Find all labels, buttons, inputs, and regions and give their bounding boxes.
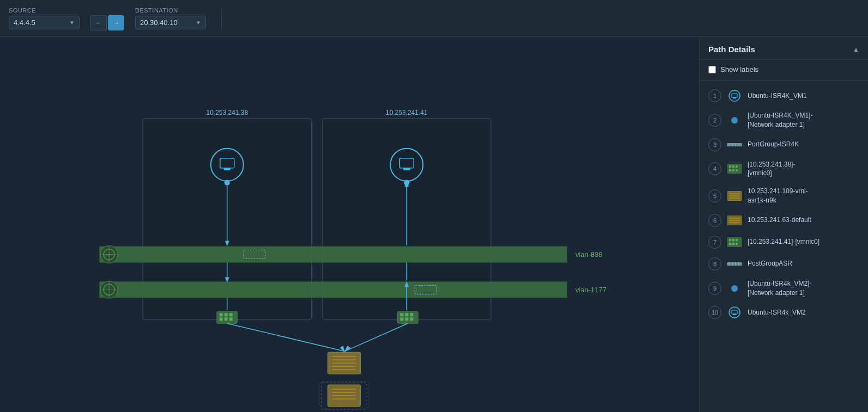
svg-rect-91 (732, 239, 735, 241)
step-label: [10.253.241.41]-[vmnic0] (748, 237, 820, 247)
svg-rect-80 (736, 169, 738, 171)
svg-rect-76 (732, 165, 735, 168)
svg-rect-77 (736, 165, 738, 168)
svg-rect-36 (405, 317, 408, 321)
path-item[interactable]: 1Ubuntu-ISR4K_VM1 (700, 85, 868, 107)
path-details-header: Path Details ▲ (700, 37, 868, 60)
step-label: 10.253.241.63-default (748, 216, 811, 225)
node2-ip-label: 10.253.241.41 (386, 109, 428, 116)
path-details-title: Path Details (708, 45, 755, 54)
path-item[interactable]: 3PortGroup-ISR4K (700, 134, 868, 156)
svg-rect-25 (220, 313, 223, 316)
svg-rect-95 (736, 243, 738, 245)
svg-rect-29 (224, 317, 228, 321)
source-chevron-icon: ▼ (69, 20, 75, 26)
step-icon-router (727, 190, 742, 202)
svg-rect-33 (405, 313, 408, 316)
path-items-list: 1Ubuntu-ISR4K_VM12[Ubuntu-ISR4K_VM1]- [N… (700, 81, 868, 412)
path-details-panel: Path Details ▲ Show labels 1Ubuntu-ISR4K… (699, 37, 868, 412)
path-item[interactable]: 8PostGroupASR (700, 253, 868, 275)
path-item[interactable]: 4[10.253.241.38]- [vmnic0] (700, 156, 868, 183)
step-number: 5 (708, 189, 721, 202)
step-number: 10 (708, 306, 721, 319)
dest-value: 20.30.40.10 (140, 19, 178, 27)
step-number: 3 (708, 138, 721, 151)
step-number: 2 (708, 114, 721, 127)
dest-label: Destination (135, 7, 206, 14)
step-icon-router (727, 214, 742, 226)
top-bar: Source 4.4.4.5 ▼ ← → Destination 20.30.4… (0, 0, 868, 37)
network-diagram: 10.253.241.38 10.253.241.41 (0, 37, 699, 412)
step-number: 1 (708, 89, 721, 102)
svg-rect-105 (733, 314, 736, 315)
path-item[interactable]: 10Ubuntu-ISR4k_VM2 (700, 302, 868, 323)
step-icon-pg (727, 258, 742, 270)
step-label: 10.253.241.109-vrni- asr1k-n9k (748, 187, 808, 205)
step-icon-vm (727, 306, 742, 318)
show-labels-row: Show labels (700, 60, 868, 81)
svg-rect-5 (224, 168, 230, 170)
svg-rect-34 (410, 313, 413, 316)
dest-chevron-icon: ▼ (196, 20, 201, 26)
network-canvas: 10.253.241.38 10.253.241.41 (0, 37, 699, 412)
svg-rect-30 (229, 317, 233, 321)
path-item[interactable]: 7[10.253.241.41]-[vmnic0] (700, 231, 868, 253)
step-icon-nic (727, 114, 742, 126)
step-label: Ubuntu-ISR4K_VM1 (748, 91, 807, 101)
svg-line-55 (227, 323, 344, 351)
nav-right-button[interactable]: → (108, 15, 124, 30)
svg-rect-94 (732, 243, 735, 245)
step-number: 7 (708, 236, 721, 249)
step-icon-nic (727, 282, 742, 294)
svg-point-101 (731, 285, 738, 292)
step-label: Ubuntu-ISR4k_VM2 (748, 308, 806, 317)
svg-rect-93 (729, 243, 731, 245)
svg-rect-78 (729, 169, 731, 171)
path-item[interactable]: 610.253.241.63-default (700, 210, 868, 231)
step-number: 8 (708, 257, 721, 270)
dest-group: Destination 20.30.40.10 ▼ (135, 7, 206, 29)
path-item[interactable]: 2[Ubuntu-ISR4K_VM1]- [Network adapter 1] (700, 107, 868, 134)
svg-rect-103 (732, 310, 737, 314)
source-label: Source (9, 7, 80, 14)
svg-rect-65 (732, 94, 737, 97)
top-divider (221, 8, 222, 29)
dest-input[interactable]: 20.30.40.10 ▼ (135, 16, 206, 29)
svg-rect-35 (400, 317, 403, 321)
show-labels-text: Show labels (720, 65, 758, 73)
vlan888-label: vlan-888 (575, 250, 603, 259)
step-number: 9 (708, 282, 721, 295)
svg-rect-92 (736, 239, 738, 241)
svg-line-57 (345, 323, 408, 351)
source-group: Source 4.4.4.5 ▼ (9, 7, 80, 29)
svg-rect-32 (400, 313, 403, 316)
nav-left-button[interactable]: ← (90, 15, 107, 30)
node1-ip-label: 10.253.241.38 (207, 109, 248, 116)
svg-rect-90 (729, 239, 731, 241)
svg-rect-37 (410, 317, 413, 321)
nav-arrows: ← → (90, 15, 124, 30)
svg-rect-79 (732, 169, 735, 171)
step-icon-vmnic (727, 163, 742, 175)
step-icon-vmnic (727, 236, 742, 248)
step-label: [10.253.241.38]- [vmnic0] (748, 160, 795, 179)
path-item[interactable]: 9[Ubuntu-ISR4k_VM2]- [Network adapter 1] (700, 275, 868, 302)
svg-rect-74 (727, 164, 742, 174)
source-input[interactable]: 4.4.4.5 ▼ (9, 16, 80, 29)
svg-point-68 (731, 117, 738, 124)
collapse-button[interactable]: ▲ (853, 46, 859, 53)
step-icon-vm (727, 90, 742, 102)
step-number: 6 (708, 214, 721, 227)
step-number: 4 (708, 162, 721, 175)
vlan1177-label: vlan-1177 (575, 286, 606, 294)
svg-rect-89 (727, 237, 742, 247)
step-icon-pg (727, 139, 742, 151)
step-label: PortGroup-ISR4K (748, 140, 799, 149)
svg-rect-10 (403, 168, 410, 170)
step-label: PostGroupASR (748, 259, 792, 268)
svg-point-6 (224, 180, 230, 186)
show-labels-checkbox[interactable] (708, 66, 716, 73)
path-item[interactable]: 510.253.241.109-vrni- asr1k-n9k (700, 182, 868, 210)
svg-rect-18 (99, 281, 567, 298)
svg-rect-12 (99, 246, 567, 262)
